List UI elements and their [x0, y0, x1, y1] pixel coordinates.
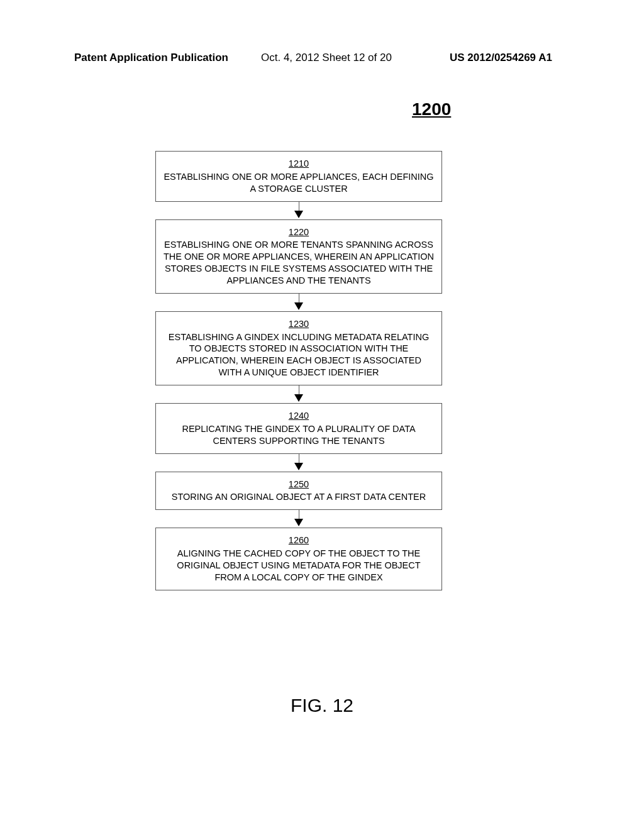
- flow-ref: 1220: [164, 226, 434, 238]
- flow-ref: 1240: [164, 410, 434, 422]
- figure-number: 1200: [412, 99, 451, 119]
- flow-box-1250: 1250 STORING AN ORIGINAL OBJECT AT A FIR…: [155, 472, 442, 511]
- flow-ref: 1250: [164, 479, 434, 490]
- flow-text: ESTABLISHING A GINDEX INCLUDING METADATA…: [169, 332, 429, 378]
- flow-text: STORING AN ORIGINAL OBJECT AT A FIRST DA…: [172, 492, 426, 502]
- header-right: US 2012/0254269 A1: [450, 52, 552, 64]
- arrow-down-icon: [294, 454, 303, 472]
- header-left: Patent Application Publication: [74, 52, 228, 64]
- flow-text: REPLICATING THE GINDEX TO A PLURALITY OF…: [182, 424, 415, 446]
- arrow-down-icon: [294, 294, 303, 311]
- flow-ref: 1230: [164, 318, 434, 330]
- flow-box-1230: 1230 ESTABLISHING A GINDEX INCLUDING MET…: [155, 311, 442, 385]
- figure-label: FIG. 12: [0, 695, 644, 716]
- flow-box-1240: 1240 REPLICATING THE GINDEX TO A PLURALI…: [155, 403, 442, 454]
- flow-text: ALIGNING THE CACHED COPY OF THE OBJECT T…: [177, 548, 420, 582]
- flow-box-1210: 1210 ESTABLISHING ONE OR MORE APPLIANCES…: [155, 151, 442, 202]
- flow-box-1260: 1260 ALIGNING THE CACHED COPY OF THE OBJ…: [155, 528, 442, 590]
- flow-ref: 1260: [164, 534, 434, 546]
- header-center: Oct. 4, 2012 Sheet 12 of 20: [261, 52, 392, 64]
- arrow-down-icon: [294, 202, 303, 219]
- arrow-down-icon: [294, 385, 303, 403]
- flow-text: ESTABLISHING ONE OR MORE APPLIANCES, EAC…: [164, 172, 433, 194]
- flow-ref: 1210: [164, 158, 434, 170]
- arrow-down-icon: [294, 510, 303, 528]
- flow-text: ESTABLISHING ONE OR MORE TENANTS SPANNIN…: [164, 240, 434, 285]
- flowchart: 1210 ESTABLISHING ONE OR MORE APPLIANCES…: [160, 151, 437, 590]
- flow-box-1220: 1220 ESTABLISHING ONE OR MORE TENANTS SP…: [155, 219, 442, 294]
